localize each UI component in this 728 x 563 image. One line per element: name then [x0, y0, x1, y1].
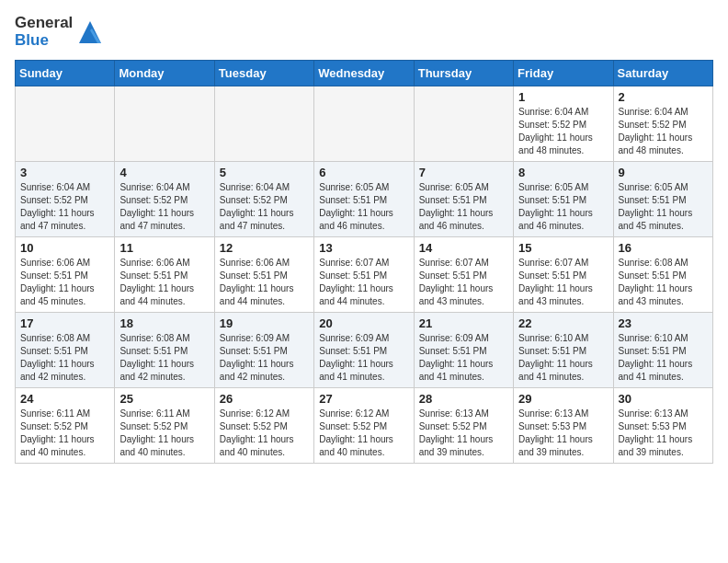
calendar-day-cell: 9Sunrise: 6:05 AM Sunset: 5:51 PM Daylig… [613, 162, 712, 237]
calendar-day-cell: 17Sunrise: 6:08 AM Sunset: 5:51 PM Dayli… [16, 313, 115, 388]
calendar-day-cell: 18Sunrise: 6:08 AM Sunset: 5:51 PM Dayli… [115, 313, 214, 388]
calendar-week-row: 1Sunrise: 6:04 AM Sunset: 5:52 PM Daylig… [16, 86, 713, 162]
day-info: Sunrise: 6:12 AM Sunset: 5:52 PM Dayligh… [319, 408, 408, 459]
calendar-day-cell: 27Sunrise: 6:12 AM Sunset: 5:52 PM Dayli… [314, 388, 414, 464]
calendar-day-cell: 2Sunrise: 6:04 AM Sunset: 5:52 PM Daylig… [613, 86, 712, 162]
day-number: 15 [518, 241, 608, 255]
day-info: Sunrise: 6:07 AM Sunset: 5:51 PM Dayligh… [419, 257, 508, 308]
day-info: Sunrise: 6:10 AM Sunset: 5:51 PM Dayligh… [619, 332, 708, 384]
calendar-day-cell: 16Sunrise: 6:08 AM Sunset: 5:51 PM Dayli… [613, 237, 712, 313]
day-number: 6 [319, 166, 408, 179]
day-info: Sunrise: 6:10 AM Sunset: 5:51 PM Dayligh… [518, 332, 608, 384]
weekday-header: Saturday [613, 61, 712, 86]
calendar-day-cell: 23Sunrise: 6:10 AM Sunset: 5:51 PM Dayli… [613, 313, 712, 388]
calendar-day-cell: 12Sunrise: 6:06 AM Sunset: 5:51 PM Dayli… [214, 237, 313, 313]
day-number: 17 [20, 316, 109, 330]
calendar-table: SundayMondayTuesdayWednesdayThursdayFrid… [15, 60, 713, 464]
calendar-day-cell: 14Sunrise: 6:07 AM Sunset: 5:51 PM Dayli… [414, 237, 513, 313]
day-number: 22 [518, 316, 608, 330]
calendar-day-cell: 11Sunrise: 6:06 AM Sunset: 5:51 PM Dayli… [115, 237, 214, 313]
calendar-day-cell: 4Sunrise: 6:04 AM Sunset: 5:52 PM Daylig… [115, 162, 214, 237]
calendar-day-cell: 26Sunrise: 6:12 AM Sunset: 5:52 PM Dayli… [214, 388, 313, 464]
calendar-day-cell: 24Sunrise: 6:11 AM Sunset: 5:52 PM Dayli… [16, 388, 115, 464]
weekday-header: Monday [115, 61, 214, 86]
day-number: 20 [319, 316, 408, 330]
day-number: 9 [619, 166, 708, 179]
weekday-header: Sunday [16, 61, 115, 86]
weekday-header: Wednesday [314, 61, 414, 86]
day-number: 30 [619, 392, 708, 406]
logo-blue: Blue [15, 32, 73, 50]
calendar-day-cell: 28Sunrise: 6:13 AM Sunset: 5:52 PM Dayli… [414, 388, 513, 464]
day-number: 21 [419, 316, 508, 330]
calendar-day-cell [115, 86, 214, 162]
day-info: Sunrise: 6:13 AM Sunset: 5:53 PM Dayligh… [518, 408, 608, 459]
calendar-day-cell: 1Sunrise: 6:04 AM Sunset: 5:52 PM Daylig… [514, 86, 613, 162]
calendar-day-cell: 30Sunrise: 6:13 AM Sunset: 5:53 PM Dayli… [613, 388, 712, 464]
day-number: 7 [419, 166, 508, 179]
day-info: Sunrise: 6:05 AM Sunset: 5:51 PM Dayligh… [619, 181, 708, 233]
calendar-day-cell: 25Sunrise: 6:11 AM Sunset: 5:52 PM Dayli… [115, 388, 214, 464]
day-number: 3 [20, 166, 109, 179]
day-number: 24 [20, 392, 109, 406]
calendar-day-cell: 21Sunrise: 6:09 AM Sunset: 5:51 PM Dayli… [414, 313, 513, 388]
calendar-day-cell: 8Sunrise: 6:05 AM Sunset: 5:51 PM Daylig… [514, 162, 613, 237]
day-info: Sunrise: 6:13 AM Sunset: 5:52 PM Dayligh… [419, 408, 508, 459]
weekday-header: Thursday [414, 61, 513, 86]
day-number: 12 [220, 241, 309, 255]
day-info: Sunrise: 6:06 AM Sunset: 5:51 PM Dayligh… [220, 257, 309, 308]
calendar-week-row: 10Sunrise: 6:06 AM Sunset: 5:51 PM Dayli… [16, 237, 713, 313]
calendar-day-cell: 5Sunrise: 6:04 AM Sunset: 5:52 PM Daylig… [214, 162, 313, 237]
calendar-week-row: 3Sunrise: 6:04 AM Sunset: 5:52 PM Daylig… [16, 162, 713, 237]
calendar-day-cell: 22Sunrise: 6:10 AM Sunset: 5:51 PM Dayli… [514, 313, 613, 388]
calendar-day-cell [414, 86, 513, 162]
day-info: Sunrise: 6:04 AM Sunset: 5:52 PM Dayligh… [20, 181, 109, 233]
day-info: Sunrise: 6:09 AM Sunset: 5:51 PM Dayligh… [419, 332, 508, 384]
day-info: Sunrise: 6:09 AM Sunset: 5:51 PM Dayligh… [319, 332, 408, 384]
logo: General Blue [15, 15, 105, 49]
calendar-day-cell: 7Sunrise: 6:05 AM Sunset: 5:51 PM Daylig… [414, 162, 513, 237]
calendar-day-cell: 3Sunrise: 6:04 AM Sunset: 5:52 PM Daylig… [16, 162, 115, 237]
day-number: 19 [220, 316, 309, 330]
day-number: 10 [20, 241, 109, 255]
calendar-day-cell: 10Sunrise: 6:06 AM Sunset: 5:51 PM Dayli… [16, 237, 115, 313]
day-info: Sunrise: 6:06 AM Sunset: 5:51 PM Dayligh… [20, 257, 109, 308]
day-number: 26 [220, 392, 309, 406]
day-info: Sunrise: 6:04 AM Sunset: 5:52 PM Dayligh… [619, 106, 708, 157]
day-number: 8 [518, 166, 608, 179]
weekday-header: Friday [514, 61, 613, 86]
calendar-week-row: 17Sunrise: 6:08 AM Sunset: 5:51 PM Dayli… [16, 313, 713, 388]
day-number: 28 [419, 392, 508, 406]
day-number: 25 [119, 392, 209, 406]
day-number: 23 [619, 316, 708, 330]
day-info: Sunrise: 6:07 AM Sunset: 5:51 PM Dayligh… [518, 257, 608, 308]
calendar-day-cell [16, 86, 115, 162]
day-info: Sunrise: 6:06 AM Sunset: 5:51 PM Dayligh… [119, 257, 209, 308]
calendar-day-cell [314, 86, 414, 162]
day-info: Sunrise: 6:08 AM Sunset: 5:51 PM Dayligh… [20, 332, 109, 384]
day-info: Sunrise: 6:05 AM Sunset: 5:51 PM Dayligh… [419, 181, 508, 233]
day-number: 16 [619, 241, 708, 255]
calendar-day-cell: 15Sunrise: 6:07 AM Sunset: 5:51 PM Dayli… [514, 237, 613, 313]
calendar-day-cell: 6Sunrise: 6:05 AM Sunset: 5:51 PM Daylig… [314, 162, 414, 237]
day-number: 4 [119, 166, 209, 179]
calendar-day-cell: 13Sunrise: 6:07 AM Sunset: 5:51 PM Dayli… [314, 237, 414, 313]
day-number: 27 [319, 392, 408, 406]
logo-icon [75, 17, 105, 47]
calendar-header-row: SundayMondayTuesdayWednesdayThursdayFrid… [16, 61, 713, 86]
day-number: 14 [419, 241, 508, 255]
calendar-week-row: 24Sunrise: 6:11 AM Sunset: 5:52 PM Dayli… [16, 388, 713, 464]
day-info: Sunrise: 6:11 AM Sunset: 5:52 PM Dayligh… [119, 408, 209, 459]
day-number: 2 [619, 90, 708, 104]
calendar-day-cell: 19Sunrise: 6:09 AM Sunset: 5:51 PM Dayli… [214, 313, 313, 388]
day-info: Sunrise: 6:08 AM Sunset: 5:51 PM Dayligh… [119, 332, 209, 384]
day-info: Sunrise: 6:05 AM Sunset: 5:51 PM Dayligh… [518, 181, 608, 233]
day-number: 29 [518, 392, 608, 406]
day-number: 11 [119, 241, 209, 255]
calendar-day-cell [214, 86, 313, 162]
calendar-day-cell: 20Sunrise: 6:09 AM Sunset: 5:51 PM Dayli… [314, 313, 414, 388]
day-info: Sunrise: 6:05 AM Sunset: 5:51 PM Dayligh… [319, 181, 408, 233]
day-info: Sunrise: 6:04 AM Sunset: 5:52 PM Dayligh… [220, 181, 309, 233]
day-info: Sunrise: 6:07 AM Sunset: 5:51 PM Dayligh… [319, 257, 408, 308]
calendar-day-cell: 29Sunrise: 6:13 AM Sunset: 5:53 PM Dayli… [514, 388, 613, 464]
